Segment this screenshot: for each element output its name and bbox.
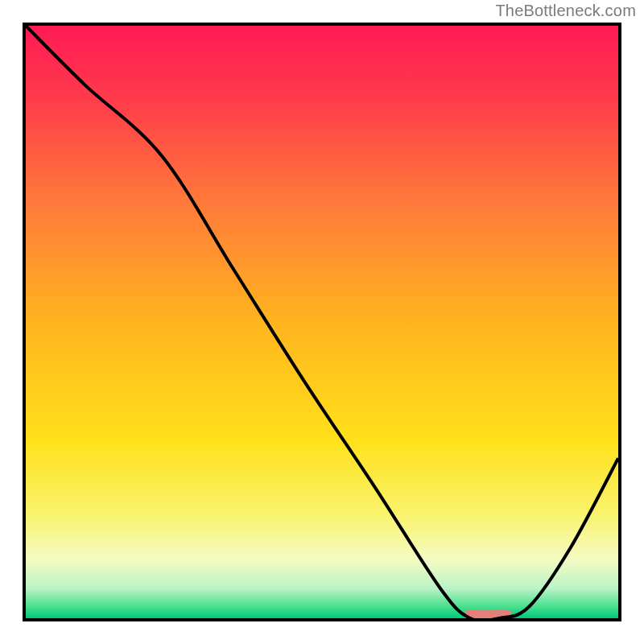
bottleneck-curve	[26, 26, 618, 618]
attribution-label: TheBottleneck.com	[495, 2, 636, 20]
chart-root: TheBottleneck.com	[0, 0, 644, 644]
chart-overlay	[26, 26, 618, 618]
plot-area	[23, 23, 621, 621]
